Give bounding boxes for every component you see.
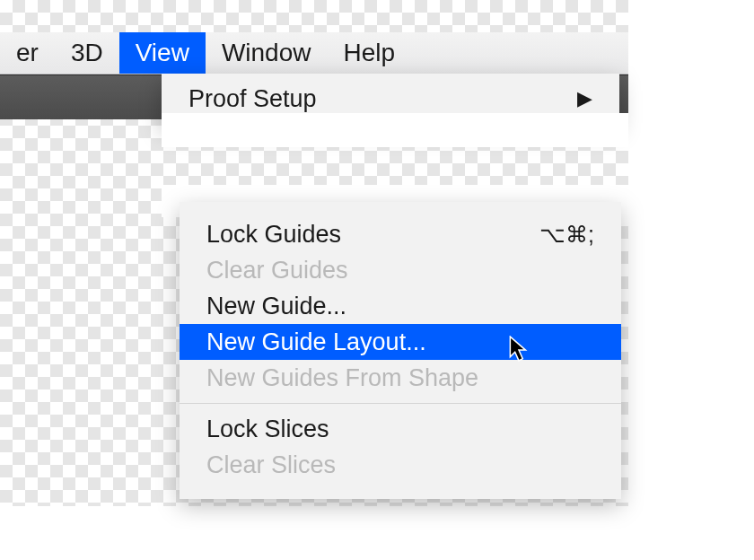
shortcut-label: ⌥⌘; xyxy=(539,222,594,248)
menu-lock-slices[interactable]: Lock Slices xyxy=(180,411,621,447)
menubar: er 3D View Window Help xyxy=(0,32,628,74)
menu-separator xyxy=(180,403,621,404)
menu-lock-guides[interactable]: Lock Guides ⌥⌘; xyxy=(180,216,621,252)
menu-item-3d[interactable]: 3D xyxy=(55,32,119,74)
menu-new-guide-layout[interactable]: New Guide Layout... xyxy=(180,324,621,360)
menu-new-guide[interactable]: New Guide... xyxy=(180,288,621,324)
menu-item-help[interactable]: Help xyxy=(327,32,411,74)
menu-item-view[interactable]: View xyxy=(119,32,206,74)
menu-new-guides-from-shape: New Guides From Shape xyxy=(180,360,621,396)
menu-clear-slices: Clear Slices xyxy=(180,447,621,483)
view-menu-bottom: Lock Guides ⌥⌘; Clear Guides New Guide..… xyxy=(180,202,621,499)
submenu-arrow-icon: ▶ xyxy=(577,87,592,110)
menu-proof-setup[interactable]: Proof Setup ▶ xyxy=(162,81,619,117)
menu-item-filter[interactable]: er xyxy=(0,32,55,74)
menu-item-window[interactable]: Window xyxy=(206,32,328,74)
menu-clear-guides: Clear Guides xyxy=(180,252,621,288)
torn-edge-top xyxy=(162,113,628,147)
